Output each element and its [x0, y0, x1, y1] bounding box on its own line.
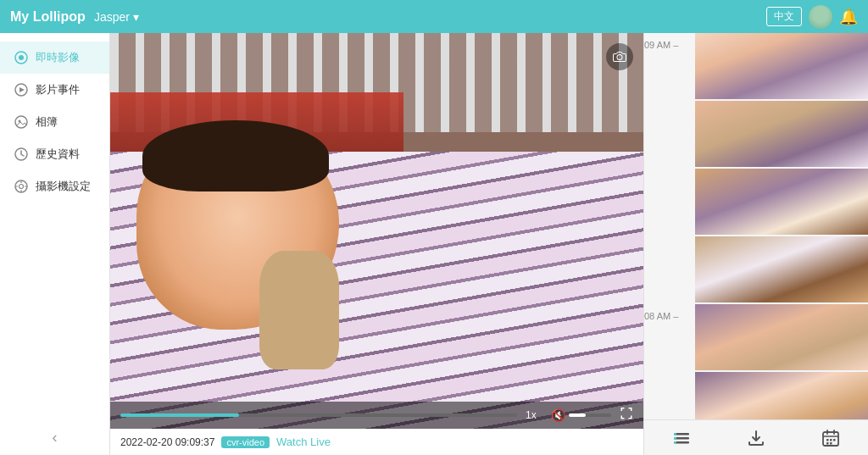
chevron-down-icon: ▾ [133, 10, 139, 24]
sidebar-item-label: 影片事件 [36, 82, 80, 97]
thumbnail-item[interactable] [695, 304, 868, 370]
download-button[interactable] [741, 423, 771, 453]
sidebar-item-history[interactable]: 歷史資料 [0, 138, 109, 170]
sidebar-item-settings[interactable]: 攝影機設定 [0, 170, 109, 203]
svg-rect-16 [826, 439, 829, 441]
sidebar-item-label: 攝影機設定 [36, 179, 91, 194]
thumbnail-item[interactable] [695, 372, 868, 419]
svg-rect-19 [826, 442, 829, 445]
time-label-empty4 [644, 376, 695, 419]
volume-bar[interactable] [569, 413, 611, 417]
play-icon [14, 82, 29, 97]
watch-live-link[interactable]: Watch Live [276, 436, 331, 448]
sidebar-item-label: 相簿 [36, 114, 58, 130]
fullscreen-button[interactable] [620, 407, 633, 424]
sidebar-item-album[interactable]: 相簿 [0, 106, 109, 138]
svg-marker-3 [19, 87, 25, 92]
sidebar-collapse-button[interactable]: ‹ [53, 429, 58, 447]
thumbnail-item[interactable] [695, 169, 868, 235]
screenshot-button[interactable] [606, 43, 633, 70]
progress-fill [120, 413, 239, 417]
time-label-empty1 [644, 105, 695, 173]
thumbnail-item[interactable] [695, 236, 868, 302]
svg-rect-17 [830, 439, 832, 441]
history-icon [14, 147, 29, 162]
svg-rect-18 [833, 439, 836, 441]
live-icon [14, 50, 29, 65]
svg-rect-20 [830, 442, 832, 445]
sidebar-item-events[interactable]: 影片事件 [0, 74, 109, 106]
video-info-bar: 2022-02-20 09:09:37 cvr-video Watch Live [110, 429, 643, 455]
thumbnails-column [695, 33, 868, 419]
app-logo: My Lollipop [10, 9, 86, 25]
header: My Lollipop Jasper ▾ 中文 🔔 [0, 0, 868, 33]
thumbnail-item[interactable] [695, 33, 868, 99]
video-controls: 1x 🔇 [110, 402, 643, 429]
username-label: Jasper [94, 10, 130, 24]
svg-rect-12 [674, 433, 676, 436]
header-right: 中文 🔔 [766, 5, 858, 29]
time-label-09am: 09 AM – [644, 37, 695, 105]
avatar[interactable] [809, 5, 832, 29]
time-label-empty3 [644, 241, 695, 308]
speed-label: 1x [526, 409, 542, 421]
volume-icon[interactable]: 🔇 [551, 408, 565, 422]
time-label-empty2 [644, 173, 695, 241]
time-label-08am: 08 AM – [644, 308, 695, 376]
svg-point-4 [15, 116, 27, 128]
sidebar-item-label: 即時影像 [36, 50, 80, 65]
video-timestamp: 2022-02-20 09:09:37 [120, 436, 214, 448]
main-layout: 即時影像 影片事件 相簿 [0, 33, 868, 455]
list-view-button[interactable] [666, 423, 697, 453]
thumbnail-item[interactable] [695, 101, 868, 167]
cvr-badge: cvr-video [221, 436, 270, 448]
video-player: 1x 🔇 [110, 33, 643, 429]
timeline-scroll[interactable]: 09 AM – 08 AM – [644, 33, 868, 419]
main-panel: 1x 🔇 2022-02-20 09:09:37 cvr-video Watch… [110, 33, 643, 455]
volume-fill [569, 413, 586, 417]
album-icon [14, 114, 29, 130]
settings-icon [14, 179, 29, 194]
sidebar-item-label: 歷史資料 [36, 147, 80, 162]
language-button[interactable]: 中文 [766, 7, 802, 26]
user-selector[interactable]: Jasper ▾ [94, 10, 139, 24]
svg-rect-13 [674, 437, 676, 440]
time-labels: 09 AM – 08 AM – [644, 33, 695, 419]
svg-rect-14 [674, 441, 676, 444]
progress-bar[interactable] [120, 413, 517, 417]
svg-point-1 [19, 55, 24, 60]
sidebar-item-live[interactable]: 即時影像 [0, 42, 109, 74]
bell-icon[interactable]: 🔔 [839, 8, 858, 26]
sidebar: 即時影像 影片事件 相簿 [0, 33, 110, 455]
volume-area: 🔇 [551, 408, 611, 422]
calendar-button[interactable] [815, 423, 846, 453]
timeline-toolbar [644, 419, 868, 455]
timeline-panel: 09 AM – 08 AM – [643, 33, 868, 455]
svg-point-8 [19, 185, 24, 189]
